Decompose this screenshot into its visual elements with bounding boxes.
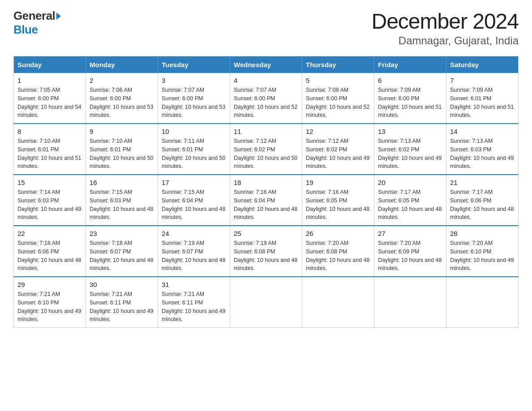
day-info: Sunrise: 7:07 AMSunset: 6:00 PMDaylight:… — [234, 86, 298, 120]
day-info: Sunrise: 7:06 AMSunset: 6:00 PMDaylight:… — [90, 86, 154, 120]
calendar-week-row: 22 Sunrise: 7:18 AMSunset: 6:06 PMDaylig… — [14, 226, 519, 277]
day-number: 11 — [234, 128, 298, 135]
day-number: 18 — [234, 179, 298, 186]
day-info: Sunrise: 7:16 AMSunset: 6:04 PMDaylight:… — [234, 188, 298, 222]
day-info: Sunrise: 7:21 AMSunset: 6:10 PMDaylight:… — [17, 290, 82, 324]
calendar-cell: 12 Sunrise: 7:12 AMSunset: 6:02 PMDaylig… — [302, 124, 374, 175]
day-number: 15 — [17, 179, 82, 186]
logo-arrow-icon — [56, 13, 61, 20]
calendar-week-row: 1 Sunrise: 7:05 AMSunset: 6:00 PMDayligh… — [14, 73, 519, 124]
calendar-cell: 26 Sunrise: 7:20 AMSunset: 6:08 PMDaylig… — [302, 226, 374, 277]
day-info: Sunrise: 7:09 AMSunset: 6:01 PMDaylight:… — [450, 86, 515, 120]
day-info: Sunrise: 7:19 AMSunset: 6:07 PMDaylight:… — [162, 239, 226, 273]
calendar-cell — [302, 277, 374, 328]
day-info: Sunrise: 7:13 AMSunset: 6:02 PMDaylight:… — [378, 137, 442, 171]
day-number: 24 — [162, 230, 226, 237]
calendar-cell: 9 Sunrise: 7:10 AMSunset: 6:01 PMDayligh… — [86, 124, 158, 175]
calendar-cell — [230, 277, 302, 328]
calendar-cell: 14 Sunrise: 7:13 AMSunset: 6:03 PMDaylig… — [446, 124, 519, 175]
day-number: 20 — [378, 179, 442, 186]
day-number: 16 — [90, 179, 154, 186]
header-day-tuesday: Tuesday — [158, 56, 230, 73]
calendar-cell: 31 Sunrise: 7:21 AMSunset: 6:11 PMDaylig… — [158, 277, 230, 328]
day-info: Sunrise: 7:15 AMSunset: 6:04 PMDaylight:… — [162, 188, 226, 222]
calendar-header-row: SundayMondayTuesdayWednesdayThursdayFrid… — [14, 56, 519, 73]
calendar-cell: 1 Sunrise: 7:05 AMSunset: 6:00 PMDayligh… — [14, 73, 86, 124]
header: General Blue December 2024 Damnagar, Guj… — [13, 9, 519, 47]
header-day-monday: Monday — [86, 56, 158, 73]
calendar-cell: 19 Sunrise: 7:16 AMSunset: 6:05 PMDaylig… — [302, 175, 374, 226]
day-number: 21 — [450, 179, 515, 186]
calendar-cell: 30 Sunrise: 7:21 AMSunset: 6:11 PMDaylig… — [86, 277, 158, 328]
day-info: Sunrise: 7:14 AMSunset: 6:03 PMDaylight:… — [17, 188, 82, 222]
day-number: 3 — [162, 77, 226, 84]
calendar-cell: 11 Sunrise: 7:12 AMSunset: 6:02 PMDaylig… — [230, 124, 302, 175]
day-number: 2 — [90, 77, 154, 84]
day-info: Sunrise: 7:08 AMSunset: 6:00 PMDaylight:… — [306, 86, 370, 120]
day-number: 30 — [90, 281, 154, 288]
day-number: 1 — [17, 77, 82, 84]
calendar-table: SundayMondayTuesdayWednesdayThursdayFrid… — [13, 56, 519, 328]
calendar-cell: 17 Sunrise: 7:15 AMSunset: 6:04 PMDaylig… — [158, 175, 230, 226]
calendar-subtitle: Damnagar, Gujarat, India — [371, 34, 519, 47]
logo-blue-text: Blue — [13, 23, 38, 37]
calendar-cell: 15 Sunrise: 7:14 AMSunset: 6:03 PMDaylig… — [14, 175, 86, 226]
day-number: 31 — [162, 281, 226, 288]
calendar-cell: 6 Sunrise: 7:09 AMSunset: 6:00 PMDayligh… — [374, 73, 446, 124]
title-area: December 2024 Damnagar, Gujarat, India — [371, 9, 519, 47]
day-info: Sunrise: 7:15 AMSunset: 6:03 PMDaylight:… — [90, 188, 154, 222]
day-info: Sunrise: 7:18 AMSunset: 6:06 PMDaylight:… — [17, 239, 82, 273]
day-info: Sunrise: 7:17 AMSunset: 6:06 PMDaylight:… — [450, 188, 515, 222]
calendar-cell: 16 Sunrise: 7:15 AMSunset: 6:03 PMDaylig… — [86, 175, 158, 226]
day-number: 29 — [17, 281, 82, 288]
day-info: Sunrise: 7:20 AMSunset: 6:08 PMDaylight:… — [306, 239, 370, 273]
calendar-cell: 23 Sunrise: 7:18 AMSunset: 6:07 PMDaylig… — [86, 226, 158, 277]
header-day-sunday: Sunday — [14, 56, 86, 73]
day-number: 4 — [234, 77, 298, 84]
calendar-cell: 22 Sunrise: 7:18 AMSunset: 6:06 PMDaylig… — [14, 226, 86, 277]
day-info: Sunrise: 7:12 AMSunset: 6:02 PMDaylight:… — [234, 137, 298, 171]
day-number: 28 — [450, 230, 515, 237]
day-info: Sunrise: 7:16 AMSunset: 6:05 PMDaylight:… — [306, 188, 370, 222]
calendar-cell: 4 Sunrise: 7:07 AMSunset: 6:00 PMDayligh… — [230, 73, 302, 124]
header-day-thursday: Thursday — [302, 56, 374, 73]
day-number: 27 — [378, 230, 442, 237]
day-number: 8 — [17, 128, 82, 135]
header-day-saturday: Saturday — [446, 56, 519, 73]
header-day-wednesday: Wednesday — [230, 56, 302, 73]
calendar-cell: 2 Sunrise: 7:06 AMSunset: 6:00 PMDayligh… — [86, 73, 158, 124]
day-number: 19 — [306, 179, 370, 186]
calendar-title: December 2024 — [371, 9, 519, 34]
day-number: 13 — [378, 128, 442, 135]
day-info: Sunrise: 7:07 AMSunset: 6:00 PMDaylight:… — [162, 86, 226, 120]
header-day-friday: Friday — [374, 56, 446, 73]
day-number: 6 — [378, 77, 442, 84]
day-number: 7 — [450, 77, 515, 84]
calendar-cell: 3 Sunrise: 7:07 AMSunset: 6:00 PMDayligh… — [158, 73, 230, 124]
calendar-cell: 20 Sunrise: 7:17 AMSunset: 6:05 PMDaylig… — [374, 175, 446, 226]
day-info: Sunrise: 7:21 AMSunset: 6:11 PMDaylight:… — [90, 290, 154, 324]
day-info: Sunrise: 7:10 AMSunset: 6:01 PMDaylight:… — [17, 137, 82, 171]
day-number: 5 — [306, 77, 370, 84]
calendar-cell: 21 Sunrise: 7:17 AMSunset: 6:06 PMDaylig… — [446, 175, 519, 226]
calendar-cell: 8 Sunrise: 7:10 AMSunset: 6:01 PMDayligh… — [14, 124, 86, 175]
day-info: Sunrise: 7:10 AMSunset: 6:01 PMDaylight:… — [90, 137, 154, 171]
day-number: 17 — [162, 179, 226, 186]
calendar-cell: 18 Sunrise: 7:16 AMSunset: 6:04 PMDaylig… — [230, 175, 302, 226]
day-info: Sunrise: 7:13 AMSunset: 6:03 PMDaylight:… — [450, 137, 515, 171]
day-info: Sunrise: 7:12 AMSunset: 6:02 PMDaylight:… — [306, 137, 370, 171]
calendar-cell: 10 Sunrise: 7:11 AMSunset: 6:01 PMDaylig… — [158, 124, 230, 175]
calendar-week-row: 8 Sunrise: 7:10 AMSunset: 6:01 PMDayligh… — [14, 124, 519, 175]
calendar-week-row: 29 Sunrise: 7:21 AMSunset: 6:10 PMDaylig… — [14, 277, 519, 328]
calendar-cell: 7 Sunrise: 7:09 AMSunset: 6:01 PMDayligh… — [446, 73, 519, 124]
logo-general-text: General — [13, 9, 55, 23]
calendar-cell — [374, 277, 446, 328]
day-info: Sunrise: 7:17 AMSunset: 6:05 PMDaylight:… — [378, 188, 442, 222]
day-info: Sunrise: 7:11 AMSunset: 6:01 PMDaylight:… — [162, 137, 226, 171]
day-info: Sunrise: 7:20 AMSunset: 6:09 PMDaylight:… — [378, 239, 442, 273]
day-number: 10 — [162, 128, 226, 135]
day-number: 14 — [450, 128, 515, 135]
day-info: Sunrise: 7:20 AMSunset: 6:10 PMDaylight:… — [450, 239, 515, 273]
calendar-week-row: 15 Sunrise: 7:14 AMSunset: 6:03 PMDaylig… — [14, 175, 519, 226]
calendar-cell: 24 Sunrise: 7:19 AMSunset: 6:07 PMDaylig… — [158, 226, 230, 277]
